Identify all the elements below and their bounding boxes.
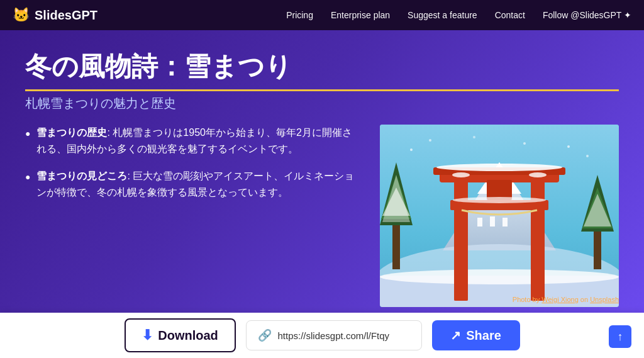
svg-point-31 [429, 139, 431, 142]
nav-links: Pricing Enterprise plan Suggest a featur… [286, 10, 631, 20]
svg-point-27 [529, 172, 547, 177]
svg-rect-28 [454, 276, 468, 301]
share-icon: ↗ [450, 328, 461, 343]
bullet-item-2: ● 雪まつりの見どころ: 巨大な雪の彫刻やアイスアート、イルミネーションが特徴で… [25, 168, 361, 200]
svg-rect-22 [490, 216, 495, 227]
brand-name: SlidesGPT [35, 8, 97, 23]
brand-logo: 🐱 [13, 7, 30, 23]
svg-point-5 [380, 269, 619, 284]
bullet-bold-1: 雪まつりの歴史 [36, 127, 107, 138]
photo-credit-on: on [579, 296, 590, 303]
svg-point-35 [523, 142, 526, 145]
url-text: https://slidesgpt.com/l/Ftqy [278, 330, 390, 341]
bullet-text-2: 雪まつりの見どころ: 巨大な雪の彫刻やアイスアート、イルミネーションが特徴で、冬… [36, 168, 361, 200]
svg-point-34 [473, 136, 475, 138]
bullet-bold-2: 雪まつりの見どころ [36, 171, 127, 181]
slide-image-area: Photo by Weigi Xiong on Unsplash [380, 125, 619, 307]
slide-photo [380, 125, 619, 307]
share-label: Share [466, 328, 501, 343]
url-bar: 🔗 https://slidesgpt.com/l/Ftqy [246, 320, 422, 350]
nav-enterprise[interactable]: Enterprise plan [331, 10, 390, 20]
download-button[interactable]: ⬇ Download [125, 318, 236, 352]
nav-pricing[interactable]: Pricing [286, 10, 313, 20]
photo-credit: Photo by Weigi Xiong on Unsplash [513, 296, 619, 303]
link-icon: 🔗 [258, 328, 272, 342]
slide-subtitle: 札幌雪まつりの魅力と歴史 [25, 95, 619, 112]
bottom-bar: ⬇ Download 🔗 https://slidesgpt.com/l/Ftq… [0, 313, 644, 358]
svg-rect-11 [594, 225, 601, 269]
svg-point-24 [436, 164, 562, 171]
share-button[interactable]: ↗ Share [432, 320, 520, 350]
photo-credit-source[interactable]: Unsplash [590, 296, 619, 303]
nav-contact[interactable]: Contact [495, 10, 525, 20]
bullet-text-1: 雪まつりの歴史: 札幌雪まつりは1950年から始まり、毎年2月に開催される、国内… [36, 125, 361, 157]
svg-point-26 [452, 172, 470, 177]
svg-rect-23 [502, 218, 508, 227]
svg-point-25 [453, 197, 546, 203]
slide-title: 冬の風物詩：雪まつり [25, 49, 619, 91]
svg-point-32 [567, 145, 570, 148]
nav-follow[interactable]: Follow @SlidesGPT ✦ [543, 10, 631, 20]
svg-rect-21 [477, 218, 482, 227]
svg-rect-6 [392, 219, 400, 269]
slide-text-area: ● 雪まつりの歴史: 札幌雪まつりは1950年から始まり、毎年2月に開催される、… [25, 125, 361, 307]
scroll-top-button[interactable]: ↑ [609, 325, 631, 348]
bullet-item-1: ● 雪まつりの歴史: 札幌雪まつりは1950年から始まり、毎年2月に開催される、… [25, 125, 361, 157]
download-icon: ⬇ [142, 327, 153, 344]
slide-content: ● 雪まつりの歴史: 札幌雪まつりは1950年から始まり、毎年2月に開催される、… [25, 125, 619, 307]
arrow-up-icon: ↑ [618, 330, 623, 344]
navbar: 🐱 SlidesGPT Pricing Enterprise plan Sugg… [0, 0, 644, 30]
svg-point-33 [586, 155, 589, 157]
nav-suggest[interactable]: Suggest a feature [408, 10, 477, 20]
slide-container: 冬の風物詩：雪まつり 札幌雪まつりの魅力と歴史 ● 雪まつりの歴史: 札幌雪まつ… [0, 30, 644, 313]
download-label: Download [158, 328, 218, 343]
photo-credit-author[interactable]: Weigi Xiong [541, 296, 579, 303]
svg-point-30 [410, 148, 413, 151]
bullet-list: ● 雪まつりの歴史: 札幌雪まつりは1950年から始まり、毎年2月に開催される、… [25, 125, 361, 200]
brand: 🐱 SlidesGPT [13, 7, 97, 23]
photo-credit-text: Photo by [513, 296, 541, 303]
